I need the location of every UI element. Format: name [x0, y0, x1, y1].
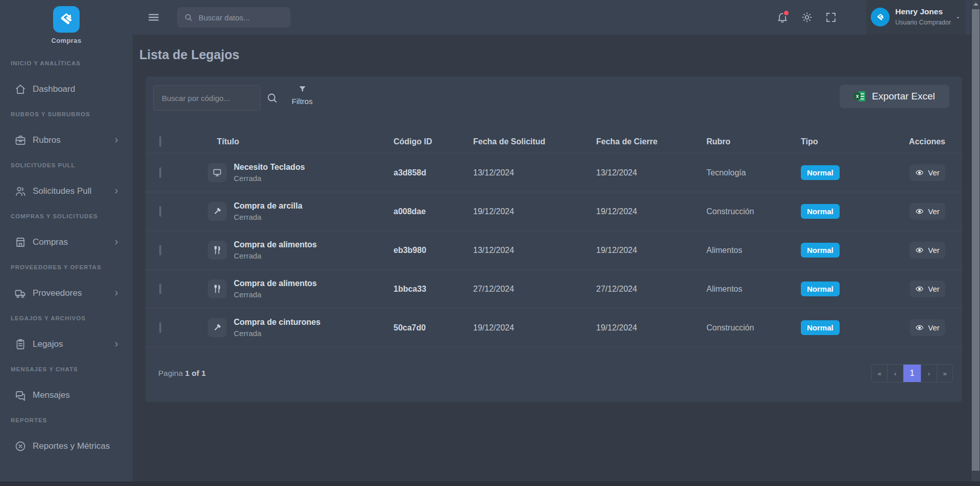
row-title: Necesito Teclados	[234, 163, 305, 172]
code-search-input[interactable]	[161, 93, 255, 103]
sidebar-group: RUBROS Y SUBRUBROSRubros	[0, 111, 133, 162]
vertical-scrollbar[interactable]	[971, 0, 980, 481]
clipboard-icon	[14, 338, 27, 350]
select-all-checkbox[interactable]	[159, 136, 161, 147]
row-category-tile	[208, 202, 227, 221]
page-next-button[interactable]: ›	[921, 365, 937, 382]
notifications-bell-icon[interactable]	[776, 11, 789, 23]
user-menu[interactable]: Henry Jones Usuario Comprador	[866, 0, 966, 35]
row-category-tile	[208, 163, 227, 182]
row-close-date: 13/12/2024	[596, 168, 706, 177]
row-status: Cerrada	[234, 290, 317, 299]
page-first-button[interactable]: «	[872, 365, 888, 382]
notification-dot	[783, 10, 790, 16]
fullscreen-icon[interactable]	[825, 11, 837, 23]
legajos-card: Filtros x Exportar Excel TítuloCódigo ID…	[145, 76, 962, 402]
sidebar-item-dashboard[interactable]: Dashboard	[0, 82, 133, 97]
sidebar-group: INICIO Y ANALÍTICASDashboard	[0, 60, 133, 111]
sidebar-group: SOLICITUDES PULLSolicitudes Pull	[0, 162, 133, 213]
view-button[interactable]: Ver	[910, 242, 945, 259]
row-category: Construcción	[706, 323, 801, 332]
chevron-down-icon	[954, 14, 962, 21]
topbar: Henry Jones Usuario Comprador	[133, 0, 980, 35]
table-row: Compra de arcillaCerradaa008dae19/12/202…	[145, 192, 962, 231]
row-request-date: 27/12/2024	[473, 285, 596, 294]
pagination-label: Pagina 1 of 1	[158, 369, 206, 378]
sidebar-item-compras[interactable]: Compras	[0, 235, 133, 250]
sidebar-item-proveedores[interactable]: Proveedores	[0, 286, 133, 301]
horizontal-scrollbar-track[interactable]	[0, 481, 980, 486]
col-header-codigo: Código ID	[394, 137, 473, 146]
row-type-badge: Normal	[801, 204, 840, 219]
sidebar-item-label: Compras	[33, 237, 68, 247]
page-title: Lista de Legajos	[139, 47, 239, 62]
utensils-icon	[212, 284, 222, 294]
row-title: Compra de cinturones	[234, 318, 321, 327]
sidebar-item-label: Mensajes	[33, 390, 70, 400]
theme-sun-icon[interactable]	[801, 11, 813, 23]
eye-icon	[915, 323, 924, 332]
row-checkbox[interactable]	[159, 322, 161, 333]
menu-toggle-icon[interactable]	[147, 11, 160, 24]
app-logo[interactable]	[53, 6, 80, 33]
row-category: Construcción	[706, 207, 801, 216]
sidebar-item-rubros[interactable]: Rubros	[0, 133, 133, 148]
row-code: eb3b980	[394, 246, 473, 255]
sidebar-item-legajos[interactable]: Legajos	[0, 337, 133, 352]
sidebar-item-solicitudes-pull[interactable]: Solicitudes Pull	[0, 184, 133, 199]
chevron-right-icon	[112, 187, 120, 195]
hammer-icon	[212, 323, 222, 332]
brand-label: Compras	[0, 37, 133, 44]
sidebar-item-reportes-y-metricas[interactable]: Reportes y Métricas	[0, 439, 133, 454]
row-request-date: 13/12/2024	[473, 246, 596, 255]
page-prev-button[interactable]: ‹	[888, 365, 903, 382]
sidebar-group: REPORTESReportes y Métricas	[0, 417, 133, 468]
store-icon	[14, 236, 27, 248]
truck-icon	[14, 287, 27, 299]
chevron-right-icon	[112, 289, 120, 297]
filters-button[interactable]: Filtros	[288, 85, 316, 106]
search-submit-icon[interactable]	[266, 92, 278, 104]
row-checkbox[interactable]	[159, 284, 161, 294]
view-button[interactable]: Ver	[910, 164, 945, 181]
page-number-button[interactable]: 1	[903, 365, 921, 382]
utensils-icon	[212, 245, 222, 255]
avatar	[871, 8, 890, 27]
page-last-button[interactable]: »	[937, 365, 952, 382]
row-status: Cerrada	[234, 329, 321, 338]
sidebar-item-label: Dashboard	[33, 84, 75, 94]
sidebar-section-header: COMPRAS Y SOLICITUDES	[0, 213, 133, 221]
table-header-row: TítuloCódigo IDFecha de SolicitudFecha d…	[145, 130, 962, 154]
col-header-fecha-cierre: Fecha de Cierre	[596, 137, 706, 146]
row-request-date: 13/12/2024	[473, 168, 596, 177]
row-request-date: 19/12/2024	[473, 323, 596, 332]
global-search-input[interactable]	[198, 13, 284, 22]
view-button[interactable]: Ver	[910, 280, 945, 297]
table-row: Compra de cinturonesCerrada50ca7d019/12/…	[145, 309, 962, 347]
sidebar-item-mensajes[interactable]: Mensajes	[0, 388, 133, 403]
row-category-tile	[208, 241, 227, 260]
col-header-acciones: Acciones	[891, 137, 962, 146]
view-button[interactable]: Ver	[910, 319, 945, 336]
export-excel-button[interactable]: x Exportar Excel	[840, 85, 949, 108]
legajos-table: TítuloCódigo IDFecha de SolicitudFecha d…	[145, 130, 962, 347]
app-window: Compras INICIO Y ANALÍTICASDashboardRUBR…	[0, 0, 980, 486]
sidebar-nav: INICIO Y ANALÍTICASDashboardRUBROS Y SUB…	[0, 60, 133, 468]
row-checkbox[interactable]	[159, 206, 161, 217]
row-status: Cerrada	[234, 213, 302, 221]
view-button[interactable]: Ver	[910, 203, 945, 220]
hammer-icon	[212, 207, 222, 216]
row-checkbox[interactable]	[159, 167, 161, 178]
table-row: Compra de alimentosCerradaeb3b98013/12/2…	[145, 231, 962, 270]
row-checkbox[interactable]	[159, 245, 161, 255]
chevron-right-icon	[112, 238, 120, 246]
scrollbar-thumb[interactable]	[972, 9, 979, 471]
scroll-up-arrow-icon[interactable]	[973, 3, 978, 6]
sidebar-group: PROVEEDORES Y OFERTASProveedores	[0, 264, 133, 315]
row-code: 1bbca33	[394, 285, 473, 294]
sidebar-group: MENSAJES Y CHATSMensajes	[0, 366, 133, 417]
sidebar-group: COMPRAS Y SOLICITUDESCompras	[0, 213, 133, 264]
user-role: Usuario Comprador	[895, 19, 951, 26]
table-row: Compra de alimentosCerrada1bbca3327/12/2…	[145, 270, 962, 309]
eye-icon	[915, 207, 924, 216]
